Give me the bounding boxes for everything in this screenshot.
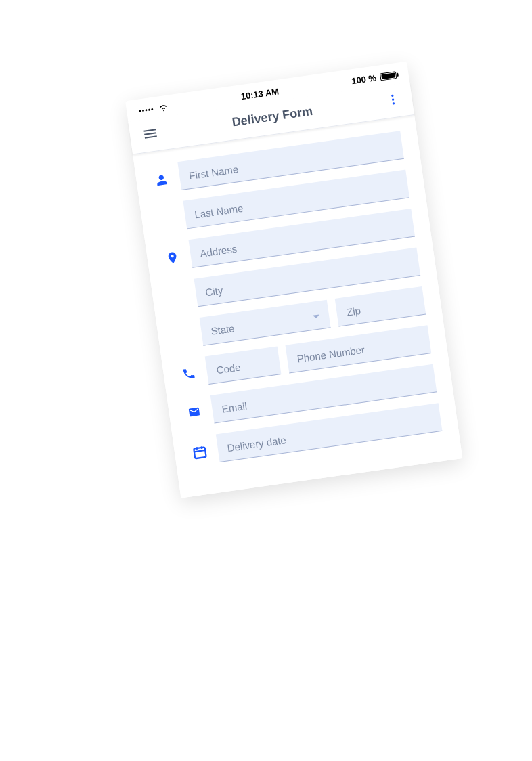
state-select[interactable]: State: [200, 300, 331, 346]
more-vert-icon[interactable]: [385, 92, 401, 108]
svg-line-6: [202, 446, 202, 449]
svg-line-5: [197, 447, 198, 450]
phone-code-field[interactable]: Code: [205, 346, 282, 385]
svg-point-2: [393, 102, 395, 105]
email-icon: [183, 397, 204, 419]
zip-placeholder: Zip: [346, 305, 361, 318]
calendar-icon: [189, 435, 209, 460]
phone-code-placeholder: Code: [216, 361, 242, 376]
state-placeholder: State: [210, 322, 235, 337]
chevron-down-icon: [313, 314, 320, 318]
zip-field[interactable]: Zip: [335, 286, 426, 327]
delivery-date-placeholder: Delivery date: [227, 434, 287, 454]
signal-dots-icon: •••••: [139, 105, 155, 114]
phone-number-placeholder: Phone Number: [296, 344, 365, 365]
email-placeholder: Email: [221, 400, 248, 415]
hamburger-menu-icon[interactable]: [141, 125, 160, 143]
battery-percent: 100 %: [351, 72, 377, 86]
svg-line-4: [194, 450, 205, 452]
wifi-icon: [158, 103, 169, 112]
phone-number-field[interactable]: Phone Number: [286, 325, 431, 373]
last-name-placeholder: Last Name: [194, 202, 244, 221]
svg-point-1: [392, 98, 395, 101]
phone-frame: ••••• 10:13 AM 100 % Delivery Form: [125, 62, 462, 498]
status-time: 10:13 AM: [240, 87, 280, 102]
location-pin-icon: [162, 241, 182, 266]
phone-icon: [178, 357, 198, 381]
form-body: First Name Last Name: [133, 115, 462, 498]
city-placeholder: City: [204, 284, 223, 298]
address-placeholder: Address: [199, 242, 238, 259]
battery-icon: [380, 71, 397, 81]
first-name-placeholder: First Name: [188, 163, 239, 181]
svg-rect-3: [194, 447, 206, 458]
svg-point-0: [391, 94, 394, 97]
person-icon: [151, 163, 171, 188]
